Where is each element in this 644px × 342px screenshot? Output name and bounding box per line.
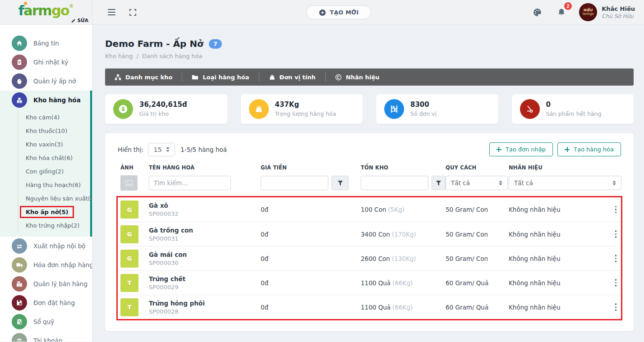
page-title: Demo Farm - Ấp Nở xyxy=(105,38,203,49)
home-icon xyxy=(12,36,27,51)
sidebar-item-ghi-nhat-ky[interactable]: Ghi nhật ký xyxy=(0,53,92,72)
submenu-kho-vaxin[interactable]: Kho vaxin(3) xyxy=(26,137,90,151)
row-actions-menu[interactable] xyxy=(611,301,621,314)
search-name-input[interactable] xyxy=(149,176,231,190)
col-ten-hang-hoa: TÊN HÀNG HOÁ xyxy=(149,164,261,171)
show-label: Hiển thị: xyxy=(118,146,143,153)
table-row[interactable]: T Trứng hỏng phôiSP000028 0đ 1100 Quả(66… xyxy=(118,295,621,319)
weight-icon xyxy=(269,74,276,81)
sidebar: Bảng tin Ghi nhật ký Quản lý ấp nở Kho h… xyxy=(0,25,92,342)
top-bar-main: TẠO MỚI 2 HIẾU farmgo xyxy=(92,0,644,24)
submenu-kho-ap-no-selected[interactable]: Kho ấp nở(5) xyxy=(26,205,90,219)
edit-farm-button[interactable]: SỬA xyxy=(71,18,88,23)
sidebar-item-hoa-don-nhap-hang[interactable]: Hóa đơn nhập hàng xyxy=(0,255,92,274)
out-of-stock-icon xyxy=(520,99,540,119)
select-arrows-icon xyxy=(499,181,502,186)
table-row[interactable]: G Gà trống conSP000031 0đ 3400 Con(170Kg… xyxy=(118,222,621,246)
table-row[interactable]: T Trứng chếtSP000029 0đ 1100 Quả(66Kg) 6… xyxy=(118,270,621,295)
folder-icon xyxy=(192,74,198,81)
transfer-arrows-icon xyxy=(12,238,27,254)
range-label: 1-5/5 hàng hoá xyxy=(180,146,227,153)
annotation-red-box-rows: G Gà xôSP000032 0đ 100 Con(5Kg) 50 Gram/… xyxy=(116,196,622,320)
breadcrumb-danh-sach[interactable]: Danh sách hàng hóa xyxy=(142,53,202,59)
item-count-badge: 7 xyxy=(209,39,222,49)
sidebar-item-quan-ly-ban-hang[interactable]: Quản lý bán hàng xyxy=(0,274,92,293)
create-import-order-button[interactable]: Tạo đơn nhập xyxy=(489,142,553,156)
bell-icon xyxy=(557,8,566,17)
table-row[interactable]: G Gà mái conSP000030 0đ 2600 Con(130Kg) … xyxy=(118,246,621,270)
user-menu[interactable]: HIẾU farmgo Khắc Hiếu Chủ Sở Hữu xyxy=(579,3,635,21)
sidebar-item-tai-khoan[interactable]: Tài khoản xyxy=(0,331,92,342)
notifications-button[interactable]: 2 xyxy=(555,6,568,19)
row-actions-menu[interactable] xyxy=(611,228,621,241)
stats-row: $ 36,240,615đ Giá trị kho 437Kg Trọng lư… xyxy=(105,94,634,124)
breadcrumb-kho-hang[interactable]: Kho hàng xyxy=(105,53,133,59)
top-bar: farmgo© SỬA TẠO MỚI xyxy=(0,0,644,25)
submenu-kho-hoa-chat[interactable]: Kho hóa chất(6) xyxy=(26,151,90,164)
stock-filter-input[interactable] xyxy=(361,176,428,190)
item-avatar: G xyxy=(120,250,138,268)
sidebar-item-xuat-nhap-noi-bo[interactable]: Xuất nhập nội bộ xyxy=(0,237,92,255)
tab-loai-hang-hoa[interactable]: Loại hàng hóa xyxy=(182,74,258,81)
sidebar-item-so-quy[interactable]: Sổ quỹ xyxy=(0,312,92,331)
logo-zone: farmgo© SỬA xyxy=(0,0,92,24)
select-arrows-icon xyxy=(612,181,616,186)
plus-circle-icon xyxy=(319,9,326,16)
submenu-kho-cam[interactable]: Kho cám(4) xyxy=(26,110,90,124)
tab-don-vi-tinh[interactable]: Đơn vị tính xyxy=(259,74,325,81)
theme-palette-button[interactable] xyxy=(531,6,544,19)
sidebar-item-don-dat-hang[interactable]: Đơn đặt hàng xyxy=(0,293,92,312)
tab-danh-muc-kho[interactable]: Danh mục kho xyxy=(105,74,182,81)
col-ton-kho: TỒN KHO xyxy=(361,164,446,171)
item-avatar: T xyxy=(120,298,138,316)
image-icon xyxy=(125,180,133,187)
table-row[interactable]: G Gà xôSP000032 0đ 100 Con(5Kg) 50 Gram/… xyxy=(118,197,621,222)
fullscreen-button[interactable] xyxy=(127,7,138,18)
row-actions-menu[interactable] xyxy=(611,203,621,216)
tab-nhan-hieu[interactable]: Nhãn hiệu xyxy=(326,74,389,81)
submenu-nguyen-lieu[interactable]: Nguyên liệu sản xuất(0) xyxy=(26,192,90,205)
pencil-icon xyxy=(71,18,76,23)
hamburger-menu-button[interactable] xyxy=(106,7,117,17)
stat-card-trong-luong: 437Kg Trọng lượng hàng hóa xyxy=(241,94,363,124)
submenu-kho-thuoc[interactable]: Kho thuốc(10) xyxy=(26,124,90,137)
shelf-icon xyxy=(384,99,404,119)
sitemap-icon xyxy=(115,74,121,81)
funnel-icon xyxy=(436,180,442,186)
avatar: HIẾU farmgo xyxy=(579,3,597,21)
item-avatar: G xyxy=(120,225,138,243)
category-toolbar: Danh mục kho Loại hàng hóa Đơn vị tính N… xyxy=(105,68,634,86)
egg-icon xyxy=(12,73,27,89)
page-size-select[interactable]: 15 xyxy=(148,143,175,156)
table-controls: Hiển thị: 15 1-5/5 hàng hoá Tạo đơn nhập… xyxy=(118,142,621,156)
sidebar-item-bang-tin[interactable]: Bảng tin xyxy=(0,34,92,53)
warehouse-boxes-icon xyxy=(12,92,27,108)
warehouse-submenu: Kho cám(4) Kho thuốc(10) Kho vaxin(3) Kh… xyxy=(18,109,90,232)
plus-icon xyxy=(565,147,570,152)
user-name: Khắc Hiếu xyxy=(602,5,635,12)
sidebar-item-quan-ly-ap-no[interactable]: Quản lý ấp nở xyxy=(0,72,92,91)
main-content: Demo Farm - Ấp Nở 7 Kho hàng / Danh sách… xyxy=(92,25,644,342)
spec-filter-select[interactable]: Tất cả xyxy=(446,176,508,190)
row-actions-menu[interactable] xyxy=(611,276,621,289)
table-filter-row: Tất cả Tất cả xyxy=(118,175,621,191)
stock-filter-button[interactable] xyxy=(432,176,446,190)
price-filter-input[interactable] xyxy=(261,176,328,190)
submenu-con-giong[interactable]: Con giống(2) xyxy=(26,164,90,178)
dollar-badge-icon: $ xyxy=(113,99,133,119)
breadcrumb-separator: / xyxy=(137,53,138,59)
user-role: Chủ Sở Hữu xyxy=(602,13,635,19)
create-new-button[interactable]: TẠO MỚI xyxy=(306,5,371,19)
row-actions-menu[interactable] xyxy=(611,252,621,265)
price-filter-button[interactable] xyxy=(331,176,349,190)
fullscreen-icon xyxy=(129,9,137,16)
brand-filter-select[interactable]: Tất cả xyxy=(509,176,621,190)
submenu-hang-thu-hoach[interactable]: Hàng thu hoạch(6) xyxy=(26,178,90,192)
col-nhan-hieu: NHÃN HIỆU xyxy=(509,164,603,171)
create-item-button[interactable]: Tạo hàng hóa xyxy=(557,142,621,156)
col-anh: ẢNH xyxy=(118,164,149,171)
svg-text:$: $ xyxy=(121,106,125,112)
submenu-kho-trung-nhap[interactable]: Kho trứng nhập(2) xyxy=(26,219,90,232)
select-arrows-icon xyxy=(166,147,170,152)
sidebar-item-kho-hang-hoa[interactable]: Kho hàng hóa xyxy=(0,91,90,109)
